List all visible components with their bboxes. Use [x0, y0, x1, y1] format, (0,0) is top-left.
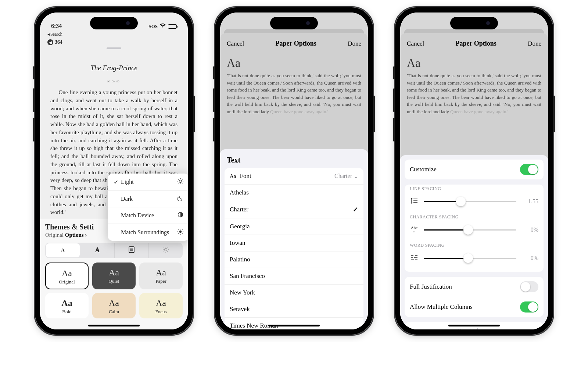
- wifi-icon: [160, 24, 166, 29]
- char-spacing-label: CHARACTER SPACING: [405, 213, 544, 222]
- done-button[interactable]: Done: [528, 40, 541, 47]
- back-button[interactable]: ◂ Search: [40, 31, 188, 38]
- brightness-button[interactable]: [149, 243, 183, 258]
- chapter-title: The Frog-Prince: [40, 49, 188, 79]
- svg-point-23: [179, 231, 182, 233]
- svg-line-21: [182, 179, 182, 179]
- font-size-small[interactable]: A: [46, 243, 80, 257]
- customize-sheet: Customize LINE SPACING: [400, 155, 548, 329]
- svg-point-13: [179, 180, 182, 183]
- word-spacing-icon: [410, 255, 419, 261]
- moon-icon: [177, 195, 184, 203]
- status-time: 6:34: [51, 23, 62, 29]
- char-spacing-icon: Abc↔: [410, 226, 419, 234]
- home-indicator[interactable]: [88, 325, 140, 326]
- popup-match-surroundings[interactable]: Match Surroundings: [108, 224, 188, 241]
- sheet-title: Paper Options: [456, 40, 496, 47]
- svg-line-11: [164, 251, 164, 251]
- svg-rect-0: [129, 247, 134, 253]
- sun-icon: [177, 178, 184, 186]
- font-charter[interactable]: Charter✓: [225, 201, 363, 218]
- cancel-button[interactable]: Cancel: [227, 40, 244, 47]
- chevron-down-icon: ⌄: [354, 173, 358, 180]
- font-palatino[interactable]: Palatino: [225, 251, 363, 268]
- scroll-mode-button[interactable]: [115, 243, 149, 258]
- font-row[interactable]: AaFont Charter ⌄: [225, 168, 363, 185]
- theme-original[interactable]: AaOriginal: [45, 263, 89, 289]
- svg-line-18: [178, 179, 179, 179]
- phone-1: 6:34 SOS ◂ Search ◀ 364 The Frog-Prince: [35, 7, 193, 335]
- customize-row[interactable]: Customize: [405, 160, 544, 179]
- svg-line-28: [178, 229, 179, 230]
- cancel-button[interactable]: Cancel: [407, 40, 424, 47]
- page-number[interactable]: ◀ 364: [40, 38, 188, 47]
- done-button[interactable]: Done: [348, 40, 361, 47]
- notch: [450, 17, 498, 29]
- notch: [270, 17, 318, 29]
- notch: [90, 17, 138, 29]
- popup-dark[interactable]: Dark: [108, 191, 188, 207]
- svg-line-30: [178, 233, 179, 233]
- phone-2: Cancel Paper Options Done Aa 'That is no…: [215, 7, 373, 335]
- svg-line-19: [182, 183, 182, 183]
- customize-toggle[interactable]: [520, 164, 538, 175]
- half-circle-icon: [177, 212, 184, 219]
- font-times[interactable]: Times New Roman: [225, 318, 363, 329]
- preview-aa: Aa: [407, 56, 541, 70]
- theme-calm[interactable]: AaCalm: [92, 293, 136, 318]
- page-icon: ◀: [47, 39, 53, 45]
- font-san-francisco[interactable]: San Francisco: [225, 268, 363, 285]
- svg-point-4: [165, 249, 167, 251]
- preview-aa: Aa: [227, 56, 361, 70]
- word-spacing-slider[interactable]: [424, 253, 516, 263]
- text-options-sheet: Text AaFont Charter ⌄ Athelas Charter✓ G…: [220, 149, 368, 329]
- font-georgia[interactable]: Georgia: [225, 218, 363, 235]
- font-size-large[interactable]: A: [80, 243, 115, 258]
- theme-quiet[interactable]: AaQuiet: [92, 263, 136, 289]
- svg-line-9: [164, 247, 164, 248]
- svg-line-29: [182, 233, 182, 233]
- multi-columns-toggle[interactable]: [520, 301, 538, 313]
- theme-paper[interactable]: AaPaper: [139, 263, 183, 289]
- font-athelas[interactable]: Athelas: [225, 185, 363, 201]
- svg-line-10: [167, 251, 168, 251]
- phone-3: Cancel Paper Options Done Aa 'That is no…: [395, 7, 553, 335]
- line-spacing-icon: [410, 197, 419, 206]
- preview-area: Aa 'That is not done quite as you seem t…: [400, 54, 548, 124]
- svg-line-12: [167, 247, 168, 248]
- line-spacing-label: LINE SPACING: [405, 185, 544, 194]
- font-iowan[interactable]: Iowan: [225, 235, 363, 251]
- multi-columns-row[interactable]: Allow Multiple Columns: [405, 297, 544, 317]
- appearance-popup: ✓ Light Dark Match Device: [108, 174, 188, 241]
- checkmark-icon: ✓: [353, 206, 358, 214]
- text-section-label: Text: [225, 154, 363, 168]
- ornament: ∞∞∞: [40, 79, 188, 89]
- svg-line-31: [182, 229, 182, 230]
- font-seravek[interactable]: Seravek: [225, 301, 363, 318]
- themes-controls: A A: [45, 243, 183, 258]
- checkmark-icon: ✓: [113, 179, 119, 186]
- theme-bold[interactable]: AaBold: [45, 293, 89, 318]
- chevron-left-icon: ◂: [47, 32, 50, 37]
- battery-icon: [168, 24, 177, 29]
- home-indicator[interactable]: [448, 325, 500, 326]
- char-spacing-slider[interactable]: [424, 225, 516, 235]
- word-spacing-label: WORD SPACING: [405, 241, 544, 250]
- popup-light[interactable]: ✓ Light: [108, 174, 188, 191]
- full-justification-row[interactable]: Full Justification: [405, 277, 544, 297]
- theme-focus[interactable]: AaFocus: [139, 293, 183, 318]
- line-spacing-slider[interactable]: [424, 197, 516, 206]
- font-new-york[interactable]: New York: [225, 285, 363, 301]
- home-indicator[interactable]: [268, 325, 320, 326]
- auto-brightness-icon: [177, 228, 184, 236]
- sos-label: SOS: [148, 24, 158, 29]
- full-justification-toggle[interactable]: [520, 281, 538, 292]
- svg-line-20: [178, 183, 179, 183]
- sheet-title: Paper Options: [276, 40, 316, 47]
- popup-match-device[interactable]: Match Device: [108, 207, 188, 224]
- preview-area: Aa 'That is not done quite as you seem t…: [220, 54, 368, 124]
